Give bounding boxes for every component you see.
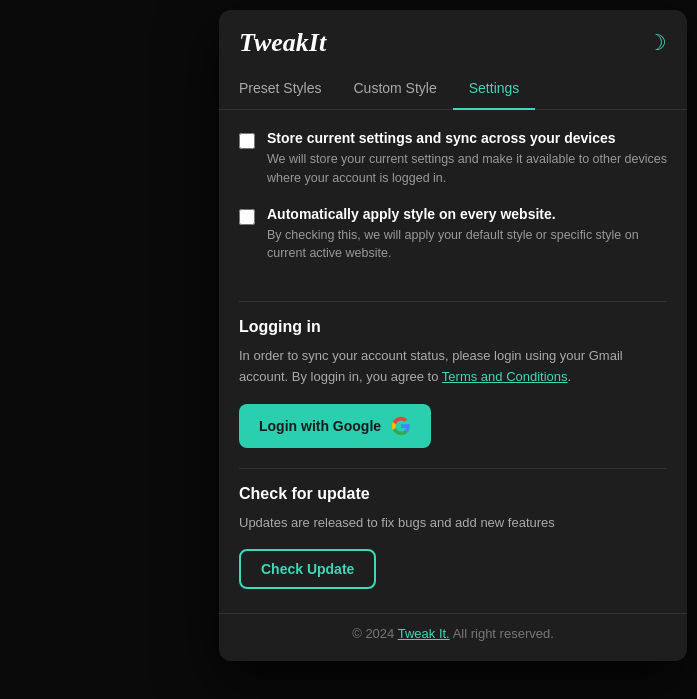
tab-bar: Preset Styles Custom Style Settings	[219, 70, 687, 110]
divider-1	[239, 301, 667, 302]
check-update-body: Updates are released to fix bugs and add…	[219, 513, 687, 534]
sync-title: Store current settings and sync across y…	[267, 130, 667, 146]
moon-icon: ☽	[647, 30, 667, 56]
footer: © 2024 Tweak It. All right reserved.	[219, 613, 687, 661]
auto-apply-option: Automatically apply style on every websi…	[239, 206, 667, 264]
footer-text: © 2024	[352, 626, 398, 641]
auto-apply-description: By checking this, we will apply your def…	[267, 226, 667, 264]
sync-option: Store current settings and sync across y…	[239, 130, 667, 188]
settings-modal: TweakIt ☽ Preset Styles Custom Style Set…	[219, 10, 687, 661]
modal-header: TweakIt ☽	[219, 10, 687, 70]
logging-in-section: Logging in In order to sync your account…	[219, 318, 687, 448]
terms-link[interactable]: Terms and Conditions	[442, 369, 568, 384]
app-logo: TweakIt	[239, 28, 326, 58]
tab-custom-style[interactable]: Custom Style	[337, 70, 452, 110]
check-update-title: Check for update	[219, 485, 687, 503]
logging-in-body: In order to sync your account status, pl…	[219, 346, 687, 388]
auto-apply-checkbox[interactable]	[239, 209, 255, 225]
divider-2	[239, 468, 667, 469]
sync-checkbox[interactable]	[239, 133, 255, 149]
tab-preset-styles[interactable]: Preset Styles	[239, 70, 337, 110]
sync-description: We will store your current settings and …	[267, 150, 667, 188]
login-google-label: Login with Google	[259, 418, 381, 434]
logging-in-title: Logging in	[219, 318, 687, 336]
google-icon	[391, 416, 411, 436]
tab-settings[interactable]: Settings	[453, 70, 536, 110]
footer-suffix: All right reserved.	[450, 626, 554, 641]
login-google-button[interactable]: Login with Google	[239, 404, 431, 448]
options-section: Store current settings and sync across y…	[219, 130, 687, 297]
auto-apply-title: Automatically apply style on every websi…	[267, 206, 667, 222]
check-update-button[interactable]: Check Update	[239, 549, 376, 589]
check-update-section: Check for update Updates are released to…	[219, 485, 687, 614]
footer-link[interactable]: Tweak It.	[398, 626, 450, 641]
